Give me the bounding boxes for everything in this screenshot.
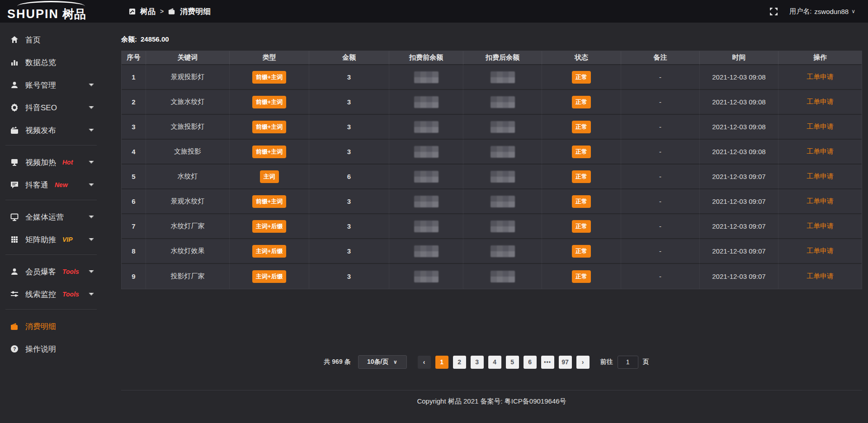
keyword-cell: 文旅水纹灯	[146, 90, 230, 115]
page-button-1[interactable]: 1	[435, 356, 448, 369]
video-upload-icon	[10, 127, 19, 134]
masked-balance-before	[414, 245, 439, 257]
remark-cell: -	[621, 239, 700, 264]
masked-balance-after	[491, 171, 515, 183]
ticket-request-link[interactable]: 工单申请	[807, 73, 834, 80]
masked-balance-before	[414, 271, 439, 282]
chevron-down-icon	[89, 106, 94, 109]
status-badge: 正常	[572, 96, 591, 108]
status-badge: 正常	[572, 245, 591, 258]
sliders-icon	[10, 291, 19, 298]
sidebar-item-video-publish[interactable]: 视频发布	[0, 119, 104, 141]
time-cell: 2021-12-03 09:07	[700, 239, 778, 264]
page-button-5[interactable]: 5	[506, 356, 519, 369]
main-content: 余额: 24856.00 序号 关键词 类型 金额 扣费前余额 扣费后余额 状态…	[104, 23, 868, 423]
masked-balance-after	[491, 71, 515, 83]
sidebar-item-video-heating[interactable]: 视频加热 Hot	[0, 151, 104, 174]
breadcrumb-item-current: 消费明细	[180, 6, 211, 17]
status-badge: 正常	[572, 71, 591, 84]
sidebar-divider	[5, 309, 97, 310]
type-badge: 前缀+主词	[252, 71, 287, 84]
remark-cell: -	[621, 140, 700, 164]
chevron-down-icon: ∨	[393, 359, 397, 365]
chat-icon	[10, 181, 19, 189]
footer: Copyright 树品 2021 备案号: 粤ICP备09019646号	[121, 390, 862, 406]
sidebar-item-account-management[interactable]: 账号管理	[0, 74, 104, 96]
prev-page-button[interactable]: ‹	[418, 356, 431, 369]
masked-balance-before	[414, 196, 439, 207]
more-pages-button[interactable]: •••	[541, 356, 554, 369]
masked-balance-after	[491, 221, 515, 232]
goto-page-input[interactable]	[618, 356, 638, 369]
sidebar-divider	[5, 254, 97, 255]
breadcrumb-app-icon	[129, 8, 136, 15]
keyword-cell: 水纹灯	[146, 164, 230, 189]
sidebar-item-all-media-operation[interactable]: 全媒体运营	[0, 206, 104, 228]
type-badge: 主词+后缀	[252, 270, 287, 283]
sidebar-item-consumption-detail[interactable]: 消费明细	[0, 315, 104, 338]
remark-cell: -	[621, 264, 700, 289]
sidebar-item-douyin-seo[interactable]: 抖音SEO	[0, 96, 104, 119]
app-logo: SHUPIN 树品	[0, 1, 104, 22]
sidebar-item-matrix-boost[interactable]: 矩阵助推 VIP	[0, 228, 104, 251]
ticket-request-link[interactable]: 工单申请	[807, 272, 834, 280]
ticket-request-link[interactable]: 工单申请	[807, 98, 834, 105]
chevron-down-icon	[89, 215, 94, 219]
wallet-icon	[10, 323, 19, 330]
breadcrumb-separator: >	[160, 8, 164, 15]
keyword-cell: 水纹灯效果	[146, 239, 230, 264]
page-button-3[interactable]: 3	[471, 356, 484, 369]
type-badge: 前缀+主词	[252, 146, 287, 158]
sidebar-item-operation-guide[interactable]: ? 操作说明	[0, 338, 104, 360]
bar-chart-icon	[10, 58, 19, 66]
page-button-6[interactable]: 6	[524, 356, 537, 369]
sidebar-item-doukutong[interactable]: 抖客通 New	[0, 174, 104, 196]
chevron-down-icon: ∨	[851, 8, 855, 14]
page-size-select[interactable]: 10条/页 ∨	[358, 355, 407, 369]
page-button-97[interactable]: 97	[559, 356, 572, 369]
masked-balance-before	[414, 121, 439, 133]
table-row: 1 景观投影灯 前缀+主词 3 正常 - 2021-12-03 09:08 工单…	[122, 65, 862, 90]
sidebar: 首页 数据总览 账号管理 抖音SEO 视频发布 视频加热 Hot 抖客通 New…	[0, 23, 104, 423]
sidebar-item-member-tools[interactable]: 会员爆客 Tools	[0, 260, 104, 283]
chevron-down-icon	[89, 83, 94, 87]
masked-balance-after	[491, 271, 515, 282]
status-badge: 正常	[572, 146, 591, 158]
masked-balance-before	[414, 71, 439, 83]
next-page-button[interactable]: ›	[576, 356, 590, 369]
username-value: zswodun88	[814, 8, 849, 15]
col-header-amount: 金额	[309, 51, 389, 65]
status-badge: 正常	[572, 270, 591, 283]
monitor-icon	[10, 213, 19, 221]
fullscreen-icon[interactable]	[770, 8, 778, 15]
breadcrumb-wallet-icon	[168, 8, 175, 14]
keyword-cell: 景观投影灯	[146, 65, 230, 90]
remark-cell: -	[621, 90, 700, 115]
time-cell: 2021-12-03 09:08	[700, 140, 778, 164]
badge-tools: Tools	[62, 291, 79, 298]
col-header-no: 序号	[122, 51, 146, 65]
ticket-request-link[interactable]: 工单申请	[807, 197, 834, 205]
logo-text-cn: 树品	[62, 6, 86, 22]
type-badge: 前缀+主词	[252, 96, 287, 108]
table-header-row: 序号 关键词 类型 金额 扣费前余额 扣费后余额 状态 备注 时间 操作	[122, 51, 862, 65]
sidebar-item-data-overview[interactable]: 数据总览	[0, 51, 104, 74]
sidebar-divider	[5, 145, 97, 146]
breadcrumb-item-root[interactable]: 树品	[140, 6, 156, 17]
ticket-request-link[interactable]: 工单申请	[807, 147, 834, 155]
ticket-request-link[interactable]: 工单申请	[807, 247, 834, 254]
masked-balance-before	[414, 146, 439, 158]
ticket-request-link[interactable]: 工单申请	[807, 122, 834, 130]
balance-line: 余额: 24856.00	[121, 35, 868, 44]
page-button-2[interactable]: 2	[453, 356, 466, 369]
sidebar-item-lead-monitor[interactable]: 线索监控 Tools	[0, 283, 104, 306]
chevron-down-icon	[89, 160, 94, 164]
page-button-4[interactable]: 4	[488, 356, 501, 369]
ticket-request-link[interactable]: 工单申请	[807, 172, 834, 180]
table-row: 6 景观水纹灯 前缀+主词 3 正常 - 2021-12-03 09:07 工单…	[122, 189, 862, 214]
ticket-request-link[interactable]: 工单申请	[807, 222, 834, 230]
sidebar-item-home[interactable]: 首页	[0, 28, 104, 51]
badge-new: New	[55, 181, 68, 188]
user-menu[interactable]: 用户名: zswodun88 ∨	[789, 7, 855, 16]
remark-cell: -	[621, 164, 700, 189]
